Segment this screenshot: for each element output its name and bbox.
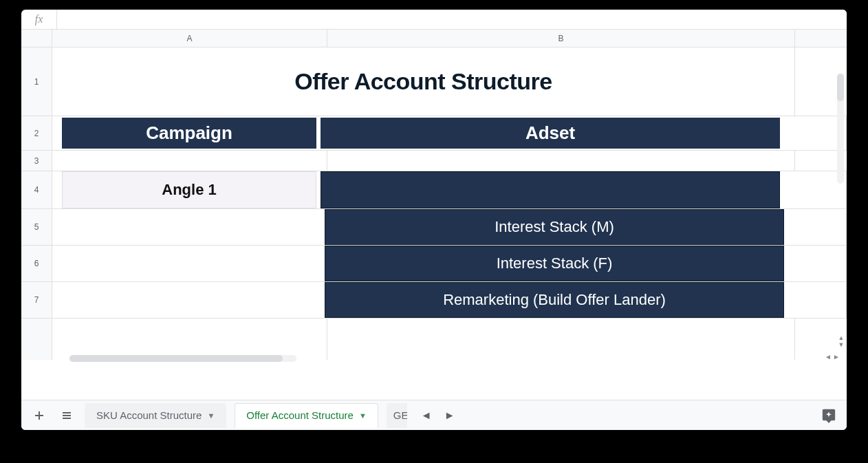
sheet-tab-label: GE (393, 409, 407, 421)
row-header-3[interactable]: 3 (21, 151, 52, 171)
column-header-row: A B (21, 30, 847, 47)
adset-header-text: Adset (525, 122, 575, 144)
horizontal-scrollbar-thumb[interactable] (69, 355, 283, 362)
grid-area[interactable]: A B 1 Offer Account Structure 2 Campaign (21, 30, 847, 400)
cell-b-blank[interactable] (327, 319, 795, 360)
vertical-scrollbar-thumb[interactable] (837, 74, 844, 101)
row-1: 1 Offer Account Structure (21, 47, 847, 116)
tab-nav-controls: ◄ ► (421, 409, 455, 422)
sheet-tab-offer[interactable]: Offer Account Structure ▼ (235, 403, 378, 428)
cell-a6[interactable] (52, 246, 321, 281)
row-header-6[interactable]: 6 (21, 246, 52, 281)
sheet-tab-sku[interactable]: SKU Account Structure ▼ (85, 403, 226, 428)
spreadsheet-window: fx A B 1 Offer Account Structure 2 (21, 10, 847, 430)
tab-nav-left-icon[interactable]: ◄ (421, 409, 432, 422)
horizontal-scroll-controls: ◄ ► (825, 351, 844, 362)
row-header-blank[interactable] (21, 319, 52, 360)
cell-b5[interactable]: Interest Stack (M) (325, 209, 784, 245)
chevron-down-icon[interactable]: ▼ (207, 411, 215, 420)
column-header-b[interactable]: B (327, 30, 795, 47)
sheet-tab-bar: SKU Account Structure ▼ Offer Account St… (21, 400, 847, 430)
title-cell[interactable]: Offer Account Structure (52, 47, 795, 116)
cell-b7[interactable]: Remarketing (Build Offer Lander) (325, 282, 784, 318)
sheet-tab-partial[interactable]: GE (387, 403, 407, 428)
plus-icon (34, 410, 45, 421)
cell-a3[interactable] (52, 151, 327, 171)
scroll-up-icon[interactable]: ▲ (838, 334, 845, 341)
row-header-7[interactable]: 7 (21, 282, 52, 318)
cell-a4-angle[interactable]: Angle 1 (62, 171, 316, 208)
vertical-scrollbar[interactable] (837, 74, 844, 184)
cell-b6[interactable]: Interest Stack (F) (325, 246, 784, 281)
cell-b7-text: Remarketing (Build Offer Lander) (443, 291, 666, 309)
tab-nav-right-icon[interactable]: ► (444, 409, 455, 422)
row-3: 3 (21, 151, 847, 171)
scroll-left-icon[interactable]: ◄ (825, 353, 832, 360)
rows-container: 1 Offer Account Structure 2 Campaign Ads… (21, 47, 847, 360)
cell-b4[interactable] (321, 171, 780, 208)
scroll-down-icon[interactable]: ▼ (838, 341, 845, 348)
row-6: 6 Interest Stack (F) (21, 246, 847, 282)
row-blank (21, 319, 847, 360)
formula-input[interactable] (57, 10, 847, 29)
campaign-header-text: Campaign (146, 122, 232, 144)
select-all-corner[interactable] (21, 30, 52, 47)
column-header-a[interactable]: A (52, 30, 327, 47)
sheet-tab-label: Offer Account Structure (246, 409, 354, 421)
chevron-down-icon[interactable]: ▼ (359, 411, 367, 420)
formula-bar: fx (21, 10, 847, 30)
row-5: 5 Interest Stack (M) (21, 209, 847, 246)
row-7: 7 Remarketing (Build Offer Lander) (21, 282, 847, 319)
cell-a7[interactable] (52, 282, 321, 318)
row-header-5[interactable]: 5 (21, 209, 52, 245)
angle-text: Angle 1 (162, 181, 216, 199)
row-header-2[interactable]: 2 (21, 116, 52, 150)
row-2: 2 Campaign Adset (21, 116, 847, 151)
cell-a5[interactable] (52, 209, 321, 245)
fx-icon: fx (21, 10, 57, 29)
explore-icon (821, 408, 836, 423)
horizontal-scrollbar[interactable] (69, 355, 296, 362)
cell-b6-text: Interest Stack (F) (497, 255, 613, 272)
cell-b3[interactable] (327, 151, 795, 171)
all-sheets-button[interactable] (57, 406, 76, 425)
row-4: 4 Angle 1 (21, 171, 847, 209)
vertical-scroll-controls: ▲ ▼ (836, 334, 846, 348)
add-sheet-button[interactable] (30, 406, 49, 425)
title-text: Offer Account Structure (294, 68, 552, 95)
cell-b2-adset-header[interactable]: Adset (321, 118, 780, 149)
scroll-right-icon[interactable]: ► (833, 353, 840, 360)
row-header-1[interactable]: 1 (21, 47, 52, 116)
menu-icon (61, 410, 72, 421)
sheet-tab-label: SKU Account Structure (96, 409, 202, 421)
cell-b5-text: Interest Stack (M) (495, 218, 614, 236)
row-header-4[interactable]: 4 (21, 171, 52, 208)
cell-a-blank[interactable] (52, 319, 327, 360)
explore-button[interactable] (819, 406, 838, 425)
cell-a2-campaign-header[interactable]: Campaign (62, 118, 316, 149)
